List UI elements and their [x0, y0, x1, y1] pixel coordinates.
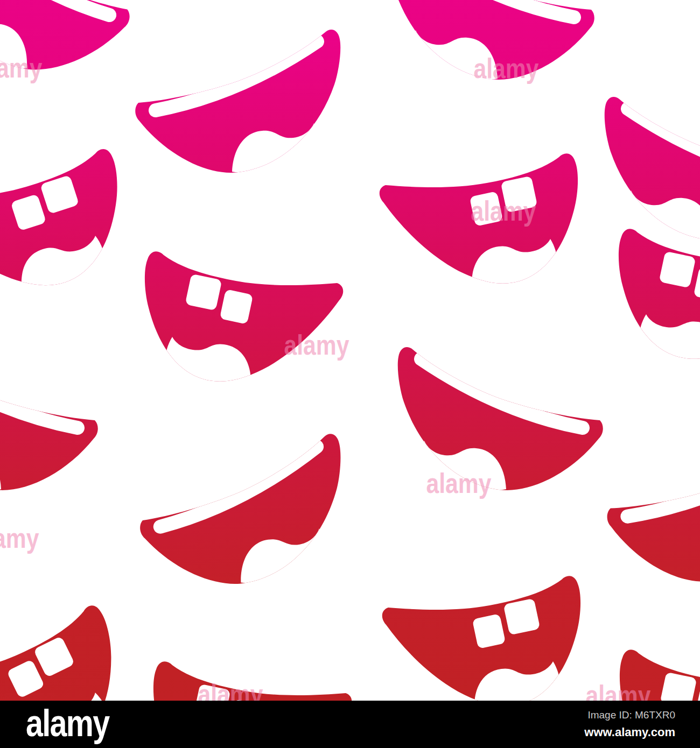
- smiling-mouths-pattern: [0, 0, 700, 748]
- smile-mouth: [605, 435, 700, 586]
- smile-mouth: [0, 0, 138, 81]
- stock-image-canvas: alamyalamyalamyalamyalamyalamyalamyalamy…: [0, 0, 700, 748]
- teeth-mouth: [382, 576, 580, 707]
- teeth-mouth: [0, 148, 128, 299]
- smile-mouth: [135, 30, 340, 174]
- smile-mouth: [398, 347, 603, 491]
- smile-mouth: [135, 433, 349, 591]
- image-id-label: Image ID: M6TXR0: [584, 707, 675, 723]
- smile-mouth: [605, 97, 700, 241]
- teeth-mouth: [145, 251, 343, 383]
- website-url: www.alamy.com: [584, 723, 675, 742]
- smile-mouth: [389, 0, 594, 81]
- footer-meta: Image ID: M6TXR0 www.alamy.com: [584, 707, 675, 742]
- smile-mouth: [0, 347, 98, 491]
- alamy-logo: alamy: [26, 704, 109, 742]
- teeth-mouth: [619, 229, 700, 360]
- teeth-mouth: [380, 153, 578, 285]
- watermark-bar: alamy Image ID: M6TXR0 www.alamy.com: [0, 701, 700, 748]
